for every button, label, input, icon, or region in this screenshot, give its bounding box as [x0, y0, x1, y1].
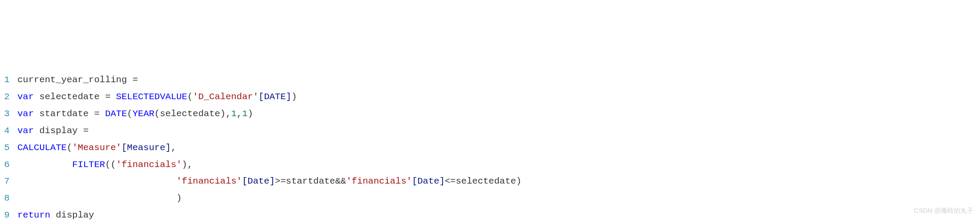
code-content: CALCULATE('Measure'[Measure],: [17, 140, 980, 157]
token: CALCULATE: [17, 143, 67, 153]
token: DATE: [105, 109, 127, 119]
line-number: 2: [0, 89, 17, 106]
token: return: [17, 210, 50, 220]
token: ((: [105, 160, 116, 170]
line-number: 3: [0, 106, 17, 123]
line-number: 8: [0, 190, 17, 207]
code-content: var display =: [17, 123, 980, 140]
token: 1: [231, 109, 237, 119]
code-line: 4 var display =: [0, 123, 980, 140]
token: =: [133, 75, 138, 85]
code-editor: 1 current_year_rolling = 2 var selecteda…: [0, 72, 980, 221]
token: selectedate: [34, 92, 105, 102]
line-number: 5: [0, 140, 17, 157]
code-content: ): [17, 190, 980, 207]
token: SELECTEDVALUE: [116, 92, 187, 102]
token: [100, 109, 105, 119]
token: var: [17, 109, 34, 119]
token: startdate: [34, 109, 94, 119]
code-content: var startdate = DATE(YEAR(selectedate),1…: [17, 106, 980, 123]
code-line: 1 current_year_rolling =: [0, 72, 980, 89]
token: ): [291, 92, 297, 102]
code-line: 9 return display: [0, 207, 980, 221]
line-number: 9: [0, 207, 17, 221]
token: ): [247, 109, 253, 119]
token: [Date]: [412, 176, 445, 186]
token: =: [83, 126, 89, 136]
line-number: 4: [0, 123, 17, 140]
token: ),: [182, 160, 193, 170]
code-line: 6 FILTER(('financials'),: [0, 157, 980, 174]
token: [DATE]: [259, 92, 292, 102]
code-content: 'financials'[Date]>=startdate&&'financia…: [17, 173, 980, 190]
code-line: 7 'financials'[Date]>=startdate&&'financ…: [0, 173, 980, 190]
token: [110, 92, 116, 102]
code-content: FILTER(('financials'),: [17, 157, 980, 174]
token: (: [127, 109, 133, 119]
token: [17, 176, 176, 186]
token: (: [187, 92, 193, 102]
line-number: 7: [0, 173, 17, 190]
token: (: [67, 143, 72, 153]
token: 'financials': [176, 176, 242, 186]
code-content: var selectedate = SELECTEDVALUE('D_Calen…: [17, 89, 980, 106]
token: display: [34, 126, 83, 136]
token: var: [17, 92, 34, 102]
token: YEAR: [133, 109, 154, 119]
token: 'Measure': [72, 143, 121, 153]
watermark: CSDN @搬砖的丸子: [914, 204, 973, 217]
token: =: [94, 109, 100, 119]
token: >=startdate&&: [275, 176, 346, 186]
code-content: current_year_rolling =: [17, 72, 980, 89]
token: ): [17, 193, 182, 203]
code-line: 5 CALCULATE('Measure'[Measure],: [0, 140, 980, 157]
token: ,: [237, 109, 242, 119]
token: [Date]: [242, 176, 275, 186]
token: 'financials': [346, 176, 412, 186]
code-line: 2 var selectedate = SELECTEDVALUE('D_Cal…: [0, 89, 980, 106]
token: 'financials': [116, 160, 182, 170]
token: [Measure]: [121, 143, 170, 153]
token: current_year_rolling: [17, 75, 133, 85]
token: 'D_Calendar': [193, 92, 258, 102]
token: ,: [171, 143, 177, 153]
token: <=selectedate): [445, 176, 521, 186]
token: var: [17, 126, 34, 136]
code-line: 8 ): [0, 190, 980, 207]
code-content: return display: [17, 207, 980, 221]
token: =: [105, 92, 111, 102]
token: [17, 160, 72, 170]
code-line: 3 var startdate = DATE(YEAR(selectedate)…: [0, 106, 980, 123]
token: 1: [242, 109, 248, 119]
line-number: 1: [0, 72, 17, 89]
line-number: 6: [0, 157, 17, 174]
token: FILTER: [72, 160, 105, 170]
token: display: [50, 210, 94, 220]
token: (selectedate),: [154, 109, 231, 119]
